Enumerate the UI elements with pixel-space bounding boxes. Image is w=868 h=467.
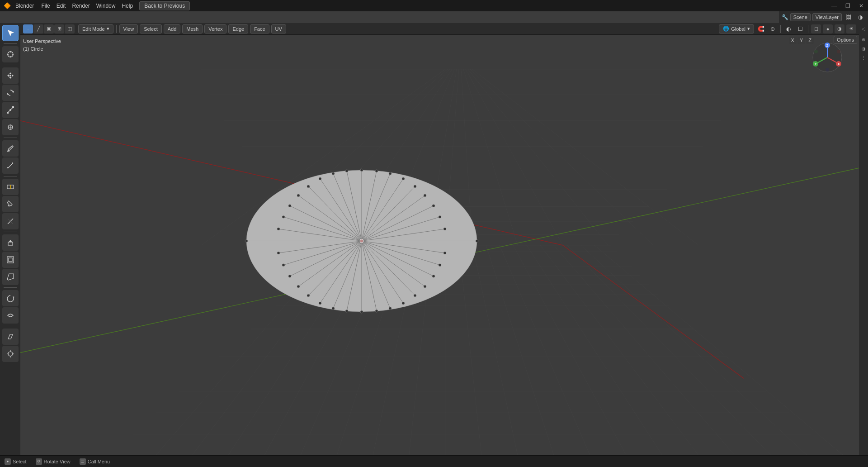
cursor-tool-button[interactable]: [2, 46, 19, 62]
menu-icon: ☰: [80, 458, 86, 465]
mode-btn5[interactable]: ◫: [65, 24, 75, 33]
svg-marker-29: [9, 240, 12, 242]
minimize-button[interactable]: —: [827, 0, 841, 11]
topright-bar: 🔧 Scene ViewLayer 🖼 ◑: [779, 11, 868, 23]
loop-cut-tool-button[interactable]: [2, 179, 19, 195]
y-axis-label[interactable]: Y: [797, 37, 805, 44]
svg-line-84: [463, 69, 518, 245]
menu-file[interactable]: File: [38, 2, 52, 10]
toolbar-separator-7: [4, 326, 17, 326]
rp-icon-3[interactable]: ◑: [860, 45, 867, 52]
svg-point-147: [439, 264, 441, 267]
menu-window[interactable]: Window: [94, 2, 118, 10]
title-text: Blender: [15, 3, 34, 9]
select-tool-button[interactable]: [2, 25, 19, 41]
back-to-previous-button[interactable]: Back to Previous: [139, 1, 190, 10]
svg-line-51: [500, 245, 590, 455]
inset-tool-button[interactable]: [2, 252, 19, 268]
view-menu[interactable]: View: [119, 24, 138, 33]
viewlayer-selector[interactable]: ViewLayer: [812, 13, 842, 21]
svg-point-150: [414, 294, 416, 297]
svg-point-142: [432, 205, 435, 207]
svg-point-137: [375, 170, 378, 172]
material-shading[interactable]: ◑: [835, 24, 844, 33]
canvas-area[interactable]: User Perspective (1) Circle Z X Y Optio: [20, 35, 859, 455]
toolbar-left: [0, 23, 20, 455]
bisect-tool-button[interactable]: [2, 213, 19, 229]
spin-tool-button[interactable]: [2, 290, 19, 306]
svg-text:Z: Z: [826, 44, 829, 47]
face-menu[interactable]: Face: [250, 24, 269, 33]
shrink-tool-button[interactable]: [2, 346, 19, 362]
measure-tool-button[interactable]: [2, 157, 19, 174]
xray-icon[interactable]: ☐: [795, 24, 805, 33]
close-button[interactable]: ✕: [854, 0, 868, 11]
svg-rect-28: [8, 242, 13, 245]
menu-edit[interactable]: Edit: [54, 2, 69, 10]
add-menu[interactable]: Add: [164, 24, 181, 33]
svg-line-21: [8, 163, 13, 168]
smooth-tool-button[interactable]: [2, 307, 19, 324]
menu-render[interactable]: Render: [69, 2, 92, 10]
shade-icon-btn[interactable]: ◑: [855, 13, 865, 22]
shear-tool-button[interactable]: [2, 329, 19, 345]
toolbar-separator-1: [4, 43, 17, 44]
x-axis-label[interactable]: X: [789, 37, 797, 44]
extrude-tool-button[interactable]: [2, 234, 19, 251]
move-tool-button[interactable]: [2, 67, 19, 84]
mesh-menu[interactable]: Mesh: [182, 24, 203, 33]
mode-btn4[interactable]: ⊞: [54, 24, 64, 33]
proportional-edit-icon[interactable]: ⊙: [768, 24, 778, 33]
render-icon-btn[interactable]: 🖼: [844, 13, 854, 22]
uv-menu[interactable]: UV: [271, 24, 286, 33]
bevel-tool-button[interactable]: [2, 269, 19, 285]
vertex-menu[interactable]: Vertex: [204, 24, 226, 33]
menu-help[interactable]: Help: [119, 2, 136, 10]
svg-point-163: [245, 240, 248, 243]
transform-tool-button[interactable]: [2, 119, 19, 135]
navigation-gizmo[interactable]: Z X Y: [809, 39, 845, 76]
edit-mode-dropdown[interactable]: Edit Mode ▾: [78, 24, 113, 33]
toolbar-separator-3: [4, 138, 17, 138]
right-panel: ◁ ⊕ ◑ ⋮: [859, 23, 868, 455]
svg-rect-9: [9, 75, 11, 76]
annotate-tool-button[interactable]: [2, 140, 19, 157]
status-bar: ● Select ↺ Rotate View ☰ Call Menu: [0, 455, 868, 467]
select-icon: ●: [5, 458, 11, 465]
face-select-mode[interactable]: ▣: [44, 24, 54, 33]
scene-selector[interactable]: Scene: [790, 13, 811, 21]
properties-toggle[interactable]: ◁: [860, 25, 867, 32]
svg-marker-5: [9, 72, 12, 74]
rendered-shading[interactable]: ☀: [846, 24, 856, 33]
edge-menu[interactable]: Edge: [228, 24, 248, 33]
toolbar-separator-2: [4, 65, 17, 65]
knife-tool-button[interactable]: [2, 196, 19, 212]
svg-point-140: [414, 185, 416, 188]
transform-orientation[interactable]: 🌐 Global ▾: [719, 24, 754, 33]
maximize-button[interactable]: ❐: [841, 0, 854, 11]
rp-icon-2[interactable]: ⊕: [860, 36, 867, 43]
solid-shading[interactable]: ●: [823, 24, 833, 33]
viewport-header: · ╱ ▣ ⊞ ◫ Edit Mode ▾ View Select Add Me…: [20, 23, 859, 35]
overlay-icon[interactable]: ◐: [783, 24, 793, 33]
svg-line-56: [567, 245, 771, 455]
scale-tool-button[interactable]: [2, 102, 19, 118]
edge-select-mode[interactable]: ╱: [33, 24, 43, 33]
rp-icon-4[interactable]: ⋮: [860, 54, 867, 61]
rotate-tool-button[interactable]: [2, 85, 19, 101]
svg-rect-15: [7, 112, 9, 114]
svg-point-171: [345, 170, 348, 172]
svg-marker-10: [12, 91, 14, 93]
wireframe-shading[interactable]: ◻: [811, 24, 821, 33]
select-menu[interactable]: Select: [140, 24, 162, 33]
svg-point-151: [402, 302, 405, 305]
snap-icon[interactable]: 🧲: [756, 24, 766, 33]
status-rotate: ↺ Rotate View: [36, 458, 71, 465]
vertex-select-mode[interactable]: ·: [23, 24, 33, 33]
svg-point-143: [439, 215, 441, 218]
svg-point-184: [837, 50, 840, 53]
call-menu-label: Call Menu: [88, 459, 110, 464]
svg-point-183: [826, 68, 829, 71]
svg-rect-13: [12, 106, 14, 108]
svg-rect-30: [7, 257, 14, 263]
